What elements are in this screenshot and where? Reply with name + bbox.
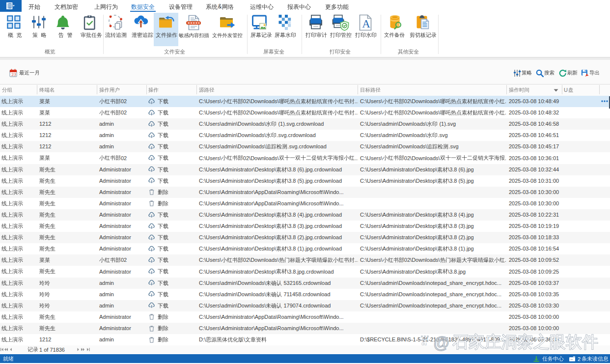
svg-text:A: A (362, 18, 370, 30)
